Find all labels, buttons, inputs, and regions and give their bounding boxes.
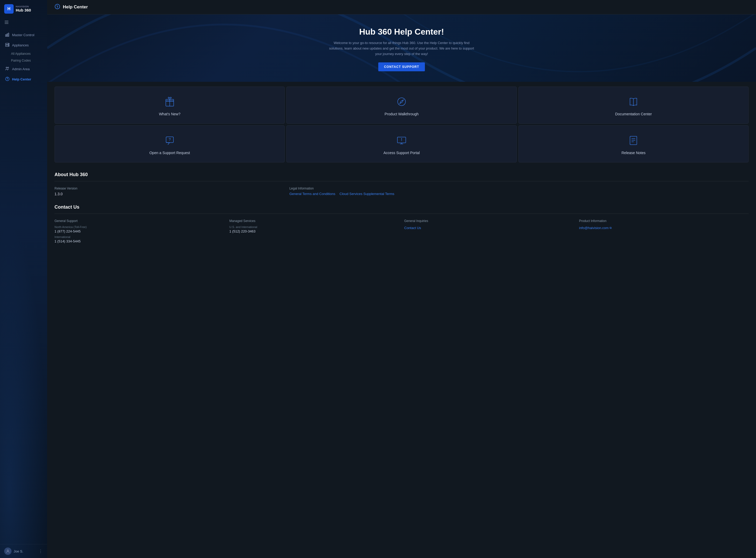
- card-label: Access Support Portal: [383, 151, 420, 155]
- contact-grid: General Support North America (Toll-Free…: [54, 219, 749, 245]
- logo-text: HAIVISION Hub 360: [16, 5, 31, 12]
- help-circle-icon: [54, 4, 60, 10]
- card-open-support-request[interactable]: ? Open a Support Request: [54, 125, 285, 162]
- card-label: Release Notes: [621, 151, 645, 155]
- svg-text:?: ?: [169, 137, 171, 142]
- svg-point-16: [57, 8, 58, 8]
- sidebar-item-label: Help Center: [12, 77, 31, 81]
- contact-support-button[interactable]: CONTACT SUPPORT: [378, 62, 425, 71]
- about-grid: Release Version 1.3.0 Legal Information …: [54, 186, 749, 196]
- card-documentation-center[interactable]: Documentation Center: [518, 86, 749, 124]
- general-inquiries-link[interactable]: Contact Us: [404, 226, 421, 230]
- question-bubble-icon: ?: [164, 135, 175, 147]
- sidebar: H HAIVISION Hub 360 Master Control: [0, 0, 47, 558]
- card-label: What's New?: [159, 112, 181, 116]
- main-content: Help Center Hub 360 Help Center! Welcome…: [47, 0, 756, 558]
- contact-col-general-support: General Support North America (Toll-Free…: [54, 219, 224, 245]
- hamburger-icon[interactable]: [0, 19, 47, 30]
- book-icon: [628, 96, 639, 108]
- card-product-walkthrough[interactable]: Product Walkthrough: [286, 86, 517, 124]
- gift-icon: [164, 96, 175, 108]
- contact-sub-2: U.S. and International: [230, 225, 399, 229]
- sidebar-item-help-center[interactable]: Help Center: [1, 74, 46, 84]
- release-version-col: Release Version 1.3.0: [54, 186, 284, 196]
- svg-marker-20: [400, 100, 403, 104]
- user-options-icon[interactable]: ⋮: [38, 549, 43, 554]
- server-icon: [5, 43, 9, 48]
- topbar: Help Center: [47, 0, 756, 15]
- sidebar-sub-item-all-appliances[interactable]: All Appliances: [11, 50, 47, 57]
- contact-divider: [54, 213, 749, 214]
- help-cards-section: What's New? Product Walkthrough: [47, 82, 756, 164]
- cloud-terms-link[interactable]: Cloud Services Supplemental Terms: [340, 192, 394, 196]
- product-info-email-link[interactable]: info@haivision.com ⧉: [579, 226, 612, 230]
- appliances-sub-menu: All Appliances Pairing Codes: [0, 50, 47, 64]
- compass-icon: [396, 96, 407, 108]
- logo-icon: H: [4, 4, 14, 14]
- contact-col-title: Managed Services: [230, 219, 399, 223]
- release-version-value: 1.3.0: [54, 192, 284, 196]
- card-label: Open a Support Request: [149, 151, 190, 155]
- card-label: Product Walkthrough: [384, 112, 418, 116]
- svg-rect-4: [7, 34, 8, 36]
- contact-col-title: Product Information: [579, 219, 749, 223]
- card-access-support-portal[interactable]: i Access Support Portal: [286, 125, 517, 162]
- help-icon: [5, 77, 9, 82]
- hero-title: Hub 360 Help Center!: [54, 27, 749, 37]
- release-version-label: Release Version: [54, 186, 284, 190]
- contact-section: Contact Us General Support North America…: [47, 200, 756, 256]
- svg-point-13: [7, 80, 8, 80]
- user-profile[interactable]: Joe S. ⋮: [0, 544, 47, 558]
- sidebar-item-label: Master Control: [12, 33, 34, 37]
- card-label: Documentation Center: [615, 112, 652, 116]
- svg-point-15: [55, 4, 60, 9]
- about-divider: [54, 181, 749, 181]
- sidebar-sub-item-pairing-codes[interactable]: Pairing Codes: [11, 57, 47, 64]
- contact-col-title: General Inquiries: [404, 219, 574, 223]
- contact-col-managed-services: Managed Services U.S. and International …: [230, 219, 399, 245]
- svg-point-14: [7, 550, 8, 551]
- svg-rect-5: [8, 33, 9, 36]
- card-whats-new[interactable]: What's New?: [54, 86, 285, 124]
- svg-point-10: [6, 67, 7, 68]
- hero-description: Welcome to your go-to resource for all t…: [328, 40, 475, 57]
- sidebar-item-appliances[interactable]: Appliances: [1, 40, 46, 50]
- sidebar-item-admin-area[interactable]: Admin Area: [1, 64, 46, 74]
- contact-val-0: 1 (877) 224-5445: [54, 229, 224, 233]
- card-release-notes[interactable]: Release Notes: [518, 125, 749, 162]
- sidebar-item-master-control[interactable]: Master Control: [1, 30, 46, 40]
- contact-col-general-inquiries: General Inquiries Contact Us: [404, 219, 574, 245]
- hero-section: Hub 360 Help Center! Welcome to your go-…: [47, 15, 756, 82]
- contact-col-product-info: Product Information info@haivision.com ⧉: [579, 219, 749, 245]
- user-name: Joe S.: [14, 549, 36, 553]
- contact-val-1: 1 (514) 334-5445: [54, 239, 224, 243]
- copy-icon[interactable]: ⧉: [610, 226, 612, 230]
- app-logo[interactable]: H HAIVISION Hub 360: [0, 0, 47, 19]
- svg-point-8: [8, 44, 9, 44]
- chart-icon: [5, 32, 9, 37]
- svg-point-19: [398, 98, 405, 106]
- svg-rect-26: [630, 136, 637, 145]
- contact-sub-1: International: [54, 235, 224, 238]
- legal-label: Legal Information: [290, 186, 749, 190]
- sidebar-item-label: Appliances: [12, 43, 29, 47]
- contact-title: Contact Us: [54, 204, 749, 210]
- general-terms-link[interactable]: General Terms and Conditions: [290, 192, 335, 196]
- contact-col-title: General Support: [54, 219, 224, 223]
- svg-point-9: [8, 46, 9, 46]
- admin-icon: [5, 67, 9, 72]
- notes-icon: [628, 135, 639, 147]
- contact-sub-0: North America (Toll-Free): [54, 225, 224, 229]
- help-cards-grid: What's New? Product Walkthrough: [54, 86, 749, 162]
- svg-point-25: [401, 138, 402, 139]
- svg-rect-3: [5, 34, 6, 36]
- legal-links: General Terms and Conditions Cloud Servi…: [290, 192, 749, 196]
- about-section: About Hub 360 Release Version 1.3.0 Lega…: [47, 164, 756, 200]
- legal-col: Legal Information General Terms and Cond…: [290, 186, 749, 196]
- sidebar-item-label: Admin Area: [12, 67, 30, 71]
- sidebar-nav: Master Control Appliances All Appliances…: [0, 30, 47, 544]
- info-display-icon: i: [396, 135, 407, 147]
- about-title: About Hub 360: [54, 172, 749, 177]
- svg-point-11: [8, 67, 9, 68]
- topbar-title: Help Center: [63, 4, 88, 10]
